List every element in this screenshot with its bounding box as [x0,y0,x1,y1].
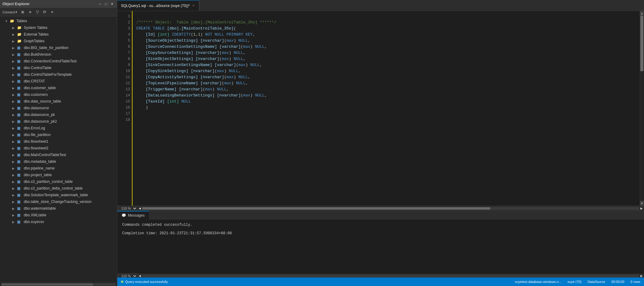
list-item[interactable]: ▶ ▦ dbo.file_partition [0,131,117,138]
table-icon: ▦ [17,113,23,117]
status-time: 00:00:00 [611,280,625,284]
connect-button[interactable]: Connect ▼ [1,9,19,16]
line-number: 11 [126,74,130,80]
list-item[interactable]: ▶ ▦ dbo.data_source_table [0,98,117,105]
scroll-down-button[interactable]: ▼ [640,201,644,206]
folder-icon: 📁 [17,32,23,37]
item-label: dbo.ErrorLog [24,126,45,130]
list-item[interactable]: ▶ ▦ dbo.XMLtable [0,212,117,218]
list-item[interactable]: ▶ ▦ dbo.flowsheet2 [0,145,117,152]
line-number: 13 [126,86,130,92]
list-item[interactable]: ▶ ▦ dbo.pipeline_name [0,165,117,172]
table-icon: ▦ [17,159,23,164]
expand-icon: ▶ [12,53,17,56]
tree-item-external-tables[interactable]: ▶ 📁 External Tables [0,31,117,38]
code-editor[interactable]: /****** Object: Table [dbo].[MainControl… [133,11,640,206]
item-label: dbo.SolutionTemplate_watermark_table [24,193,88,197]
filter-button[interactable]: ▽ [34,9,41,16]
results-scroll-left[interactable]: ◀ [139,274,141,277]
expand-icon: ▶ [12,60,17,63]
table-icon: ▦ [17,86,23,90]
item-label: dbo.CRSTAT [24,79,45,83]
table-icon: ▦ [17,220,23,224]
oe-hscrollbar [0,282,117,286]
sql-query-tab[interactable]: SQLQuery1.sql - xu...aSource (xuye (70))… [117,0,199,11]
results-tabs: 💬 Messages [117,211,644,219]
list-item[interactable]: ▶ ▦ dbo.metadata_table [0,158,117,165]
list-item[interactable]: ▶ ▦ dbo.project_table [0,172,117,178]
table-icon: ▦ [17,139,23,144]
editor-vscrollbar[interactable]: ▲ ▼ [640,11,644,206]
list-item[interactable]: ▶ ▦ dbo.datasource_pk2 [0,118,117,125]
expand-icon: ▶ [12,214,17,217]
results-scroll-track[interactable] [142,275,639,277]
item-label: dbo.XMLtable [24,213,46,217]
oe-dock-icon[interactable]: □ [104,2,108,6]
list-item[interactable]: ▶ ▦ dbo.ConnectionControlTableTest [0,58,117,65]
refresh-button[interactable]: ⟳ [41,9,48,16]
expand-icon: ▶ [12,147,17,150]
scroll-left-button[interactable]: ◀ [139,207,141,210]
expand-icon: ▶ [12,127,17,130]
list-item[interactable]: ▶ ▦ dbo.BIG_table_for_partition [0,44,117,51]
line-number: 10 [126,68,130,74]
add-object-button[interactable]: ⊕ [19,9,26,16]
oe-hscroll-thumb [1,283,93,286]
oe-pin-icon[interactable]: ─ [97,2,102,6]
line-number: 14 [126,92,130,99]
list-item[interactable]: ▶ ▦ dbo.ErrorLog [0,125,117,131]
table-icon: ▦ [17,72,23,77]
line-number: 16 [126,105,130,111]
list-item[interactable]: ▶ ▦ dbo.ControlTableForTemplate [0,71,117,78]
list-item[interactable]: ▶ ▦ dbo.s3_partition_delta_control_table [0,185,117,192]
line-number: 9 [128,62,130,68]
disconnect-button[interactable]: ⊗ [27,9,34,16]
messages-tab[interactable]: 💬 Messages [117,211,149,219]
table-icon: ▦ [17,180,23,184]
expand-icon: ▶ [12,220,17,224]
tab-bar: SQLQuery1.sql - xu...aSource (xuye (70))… [117,0,644,11]
item-label: dbo.xuyecsv [24,220,44,224]
list-item[interactable]: ▶ ▦ dbo.SolutionTemplate_watermark_table [0,192,117,198]
list-item[interactable]: ▶ ▦ dbo.flowsheet1 [0,138,117,145]
hscroll-track[interactable] [142,207,639,210]
tree-item-graph-tables[interactable]: ▶ 📁 GraphTables [0,38,117,44]
table-icon: ▦ [17,66,23,70]
zoom-select[interactable]: 110 % [119,206,137,211]
results-panel: 💬 Messages Commands completed successful… [117,211,644,277]
scroll-right-button[interactable]: ▶ [640,207,643,210]
status-server: xuyetest.database.windows.n... [515,280,561,284]
oe-close-icon[interactable]: × [110,2,115,6]
oe-hscroll-track[interactable] [1,283,116,286]
item-label: dbo.MainControlTableTest [24,153,66,157]
object-explorer-tree: ▼ 📁 Tables ▶ 📁 System Tables ▶ 📁 Externa… [0,16,117,282]
list-item[interactable]: ▶ ▦ dbo.datasource [0,105,117,111]
list-item[interactable]: ▶ ▦ dbo.xuyecsv [0,218,117,225]
tree-item-system-tables[interactable]: ▶ 📁 System Tables [0,24,117,31]
item-label: dbo.table_store_ChangeTracking_version [24,200,91,204]
tables-folder[interactable]: ▼ 📁 Tables [0,18,117,24]
list-item[interactable]: ▶ ▦ dbo.table_store_ChangeTracking_versi… [0,198,117,205]
tab-close-button[interactable]: × [192,4,195,8]
results-scroll-right[interactable]: ▶ [640,274,643,277]
list-item[interactable]: ▶ ▦ dbo.MainControlTableTest [0,152,117,158]
list-item[interactable]: ▶ ▦ dbo.CRSTAT [0,78,117,85]
folder-icon: 📁 [17,26,23,30]
sql-editor[interactable]: 1 2 3 4 5 6 7 8 9 10 11 12 13 14 15 16 1 [117,11,644,211]
list-item[interactable]: ▶ ▦ dbo.BuildVersion [0,51,117,58]
table-icon: ▦ [17,166,23,170]
list-item[interactable]: ▶ ▦ dbo.s3_partition_control_table [0,178,117,185]
list-item[interactable]: ▶ ▦ dbo.customers [0,91,117,98]
list-item[interactable]: ▶ ▦ dbo.datasource_pk [0,111,117,118]
item-label: dbo.customers [24,92,48,97]
expand-icon: ▶ [12,200,17,204]
summary-button[interactable]: ≋ [49,9,55,16]
list-item[interactable]: ▶ ▦ dbo.watermarktable [0,205,117,212]
connect-label: Connect [2,10,15,14]
table-icon: ▦ [17,213,23,217]
list-item[interactable]: ▶ ▦ dbo.ControlTable [0,65,117,71]
list-item[interactable]: ▶ ▦ dbo.customer_table [0,85,117,91]
table-icon: ▦ [17,186,23,190]
results-hscrollbar: 110 % ◀ ▶ [117,274,644,277]
scroll-up-button[interactable]: ▲ [640,11,644,16]
